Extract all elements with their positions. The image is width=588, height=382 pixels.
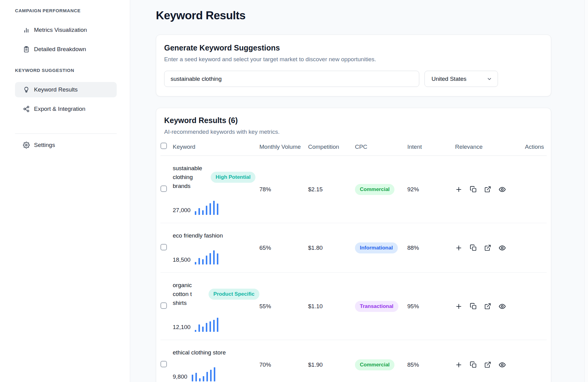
sidebar-item-detailed-breakdown[interactable]: Detailed Breakdown [15,42,117,57]
keyword-name: ethical clothing store [173,348,226,357]
intent-badge: Commercial [355,359,394,370]
view-keyword-button[interactable] [499,244,506,252]
add-keyword-button[interactable] [455,244,462,252]
cpc-value: $1.90 [308,361,355,368]
lightbulb-icon [23,86,30,93]
column-header-cpc: CPC [355,143,407,151]
open-external-icon [484,303,491,310]
row-checkbox[interactable] [160,185,167,192]
gear-icon [23,142,30,148]
volume-sparkline [195,250,218,264]
generator-description: Enter a seed keyword and select your tar… [164,56,543,63]
open-external-button[interactable] [484,244,491,251]
generate-suggestions-card: Generate Keyword Suggestions Enter a see… [156,35,551,96]
results-title: Keyword Results (6) [164,116,543,125]
add-keyword-button[interactable] [455,361,462,369]
sidebar-section-campaign-performance: CAMPAIGN PERFORMANCE [15,8,117,13]
scrollbar[interactable] [584,0,588,382]
target-market-select[interactable]: United States [424,71,498,87]
view-keyword-button[interactable] [499,361,506,369]
page-title: Keyword Results [156,9,551,22]
main-content: Keyword Results Generate Keyword Suggest… [130,0,588,382]
intent-badge: Informational [355,242,398,253]
competition-value: 55% [259,303,308,310]
sidebar-item-settings[interactable]: Settings [15,137,117,153]
open-external-button[interactable] [484,361,491,368]
add-icon [455,303,462,310]
chevron-down-icon [487,76,492,82]
table-row: sustainable clothing brands High Potenti… [160,156,547,223]
open-external-icon [484,244,491,251]
results-subtitle: AI-recommended keywords with key metrics… [164,129,543,135]
select-all-checkbox[interactable] [160,143,167,149]
monthly-volume-value: 18,500 [173,257,190,264]
monthly-volume-value: 27,000 [173,207,190,215]
competition-value: 78% [259,186,308,193]
row-checkbox[interactable] [160,302,167,309]
table-row: ethical clothing store 9,800 70% $1.90 C… [160,340,547,382]
keyword-name: eco friendly fashion [173,231,223,240]
keyword-name: organic cotton t shirts [173,281,205,307]
open-external-icon [484,186,491,193]
view-icon [499,303,506,310]
relevance-value: 92% [407,186,455,193]
add-keyword-button[interactable] [455,303,462,310]
open-external-button[interactable] [484,186,491,193]
monthly-volume-value: 12,100 [173,324,190,332]
view-keyword-button[interactable] [499,186,506,193]
sidebar-item-label: Detailed Breakdown [34,46,86,53]
copy-keyword-button[interactable] [470,303,477,310]
relevance-value: 95% [407,303,455,310]
relevance-value: 88% [407,245,455,251]
volume-sparkline [195,200,218,215]
row-checkbox[interactable] [160,244,167,250]
add-icon [455,361,462,369]
copy-icon [470,361,477,368]
copy-icon [470,303,477,310]
copy-keyword-button[interactable] [470,361,477,368]
sidebar: CAMPAIGN PERFORMANCE Metrics Visualizati… [0,0,130,382]
copy-icon [470,186,477,193]
column-header-competition: Competition [308,143,355,151]
keyword-tag-badge: Product Specific [209,289,259,300]
table-header: Keyword Monthly Volume Competition CPC I… [160,140,547,156]
add-icon [455,186,462,193]
view-keyword-button[interactable] [499,303,506,310]
cpc-value: $1.10 [308,303,355,310]
column-header-intent: Intent [407,143,455,151]
volume-sparkline [192,367,215,381]
intent-badge: Commercial [355,184,394,195]
keyword-name: sustainable clothing brands [173,164,207,190]
sidebar-item-export-integration[interactable]: Export & Integration [15,101,117,117]
add-icon [455,244,462,252]
target-market-value: United States [432,76,466,82]
copy-keyword-button[interactable] [470,186,477,193]
view-icon [499,186,506,193]
column-header-monthly-volume: Monthly Volume [259,143,308,151]
sidebar-divider [15,133,117,134]
seed-keyword-input[interactable] [164,71,419,87]
competition-value: 70% [259,361,308,368]
table-row: organic cotton t shirts Product Specific… [160,273,547,340]
cpc-value: $2.15 [308,186,355,193]
monthly-volume-value: 9,800 [173,373,187,381]
sidebar-item-keyword-results[interactable]: Keyword Results [15,82,117,97]
copy-icon [470,244,477,251]
clipboard-icon [23,46,30,53]
bar-chart-icon [23,27,30,33]
open-external-button[interactable] [484,303,491,310]
open-external-icon [484,361,491,368]
generator-title: Generate Keyword Suggestions [164,43,543,52]
volume-sparkline [195,317,218,332]
sidebar-item-metrics-visualization[interactable]: Metrics Visualization [15,22,117,38]
cpc-value: $1.80 [308,245,355,251]
row-checkbox[interactable] [160,361,167,367]
table-body: sustainable clothing brands High Potenti… [156,156,551,382]
copy-keyword-button[interactable] [470,244,477,251]
sidebar-item-label: Metrics Visualization [34,27,87,33]
add-keyword-button[interactable] [455,186,462,193]
relevance-value: 85% [407,361,455,368]
sidebar-item-label: Settings [34,142,55,148]
column-header-actions: Actions [525,143,549,151]
sidebar-section-keyword-suggestion: KEYWORD SUGGESTION [15,68,117,73]
